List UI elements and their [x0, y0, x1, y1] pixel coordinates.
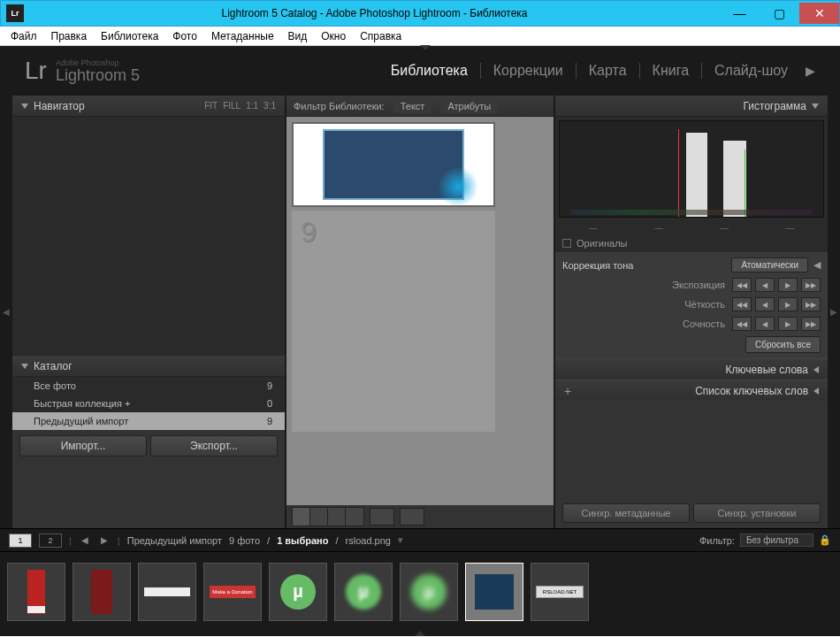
step-large-down[interactable]: ◀◀ — [732, 278, 752, 292]
menu-photo[interactable]: Фото — [165, 28, 204, 44]
survey-view-button[interactable] — [346, 508, 363, 526]
chevron-down-icon — [812, 104, 819, 109]
add-keyword-icon[interactable]: + — [564, 384, 571, 398]
keywords-header[interactable]: Ключевые слова — [555, 358, 828, 380]
catalog-item-count: 9 — [267, 380, 272, 391]
menu-window[interactable]: Окно — [314, 28, 353, 44]
navigator-header[interactable]: Навигатор FIT FILL 1:1 3:1 — [12, 96, 285, 117]
grid-view[interactable] — [286, 117, 554, 505]
sync-settings-button[interactable]: Синхр. установки — [693, 503, 821, 523]
step-down[interactable]: ◀ — [755, 297, 775, 311]
filmstrip-thumb[interactable]: Make a Donation — [203, 563, 262, 621]
step-down[interactable]: ◀ — [755, 278, 775, 292]
filmstrip-thumb-selected[interactable] — [465, 563, 523, 621]
menu-help[interactable]: Справка — [353, 28, 409, 44]
quick-develop-panel: Коррекция тона Атоматически ◀ Экспозиция… — [555, 252, 828, 358]
menu-library[interactable]: Библиотека — [94, 28, 165, 44]
quick-dev-collapse-icon[interactable]: ◀ — [813, 259, 821, 271]
catalog-header[interactable]: Каталог — [12, 356, 285, 377]
filmstrip-thumb[interactable] — [138, 563, 196, 621]
keyword-list-header[interactable]: + Список ключевых слов — [555, 380, 828, 401]
filmstrip-strip[interactable]: Make a Donation µ µ µ RSLOAD.NET — [7, 563, 833, 621]
close-button[interactable]: ✕ — [799, 3, 839, 24]
filmstrip-thumb[interactable]: µ — [334, 563, 393, 621]
filename-label: rsload.png — [346, 535, 391, 546]
main-window-button[interactable]: 1 — [9, 533, 32, 548]
top-panel-toggle-icon[interactable] — [420, 45, 431, 50]
nav-fit[interactable]: FIT — [204, 101, 218, 111]
catalog-item-label: Все фото — [34, 380, 76, 391]
step-large-up[interactable]: ▶▶ — [801, 297, 821, 311]
loupe-view-button[interactable] — [310, 508, 328, 526]
module-slideshow[interactable]: Слайд-шоу — [701, 63, 800, 79]
catalog-item-all[interactable]: Все фото 9 — [12, 377, 285, 395]
filmstrip-status-bar: 1 2 | ◀ ▶ | Предыдущий импорт 9 фото / 1… — [0, 528, 840, 551]
catalog-item-previous[interactable]: Предыдущий импорт 9 — [12, 412, 285, 430]
filter-text[interactable]: Текст — [393, 99, 432, 113]
step-large-down[interactable]: ◀◀ — [732, 317, 752, 331]
export-button[interactable]: Экспорт... — [150, 435, 278, 457]
grid-view-button[interactable] — [293, 508, 310, 526]
go-forward-button[interactable]: ▶ — [98, 535, 111, 545]
filter-label: Фильтр: — [699, 535, 735, 546]
nav-1-1[interactable]: 1:1 — [246, 101, 258, 111]
filmstrip-toggle-icon[interactable] — [0, 631, 840, 636]
second-window-button[interactable]: 2 — [39, 533, 62, 548]
grid-item[interactable] — [292, 122, 495, 207]
compare-view-button[interactable] — [328, 508, 346, 526]
filmstrip-thumb[interactable]: µ — [269, 563, 327, 621]
nav-3-1[interactable]: 3:1 — [263, 101, 276, 111]
rsload-badge: RSLOAD.NET — [536, 586, 584, 598]
catalog-item-quick[interactable]: Быстрая коллекция + 0 — [12, 395, 285, 412]
menu-file[interactable]: Файл — [4, 28, 44, 44]
step-up[interactable]: ▶ — [778, 297, 798, 311]
filter-lock-icon[interactable]: 🔒 — [819, 534, 831, 546]
checkbox-icon[interactable] — [562, 239, 571, 248]
module-develop[interactable]: Коррекции — [480, 63, 576, 79]
filmstrip-thumb[interactable] — [7, 563, 65, 621]
filmstrip-thumb[interactable]: RSLOAD.NET — [531, 563, 589, 621]
step-down[interactable]: ◀ — [755, 317, 775, 331]
module-book[interactable]: Книга — [639, 63, 701, 79]
menu-edit[interactable]: Правка — [44, 28, 95, 44]
window-titlebar: Lr Lightroom 5 Catalog - Adobe Photoshop… — [0, 0, 840, 27]
filter-preset-dropdown[interactable]: Без фильтра — [740, 533, 813, 547]
clarity-label: Чёткость — [684, 299, 725, 310]
histogram-header[interactable]: Гистограмма — [555, 96, 828, 117]
filmstrip-thumb[interactable]: µ — [400, 563, 458, 621]
source-label[interactable]: Предыдущий импорт — [127, 535, 222, 546]
filmstrip-thumb[interactable] — [73, 563, 131, 621]
histogram-title: Гистограмма — [744, 100, 806, 112]
histogram-originals[interactable]: Оригиналы — [555, 234, 828, 252]
step-up[interactable]: ▶ — [778, 278, 798, 292]
right-panel-toggle[interactable]: ▶ — [828, 96, 840, 528]
filter-attributes[interactable]: Атрибуты — [440, 99, 498, 113]
navigator-preview[interactable] — [12, 117, 285, 356]
grid-toolbar — [286, 505, 554, 528]
module-library[interactable]: Библиотека — [378, 63, 480, 79]
menu-metadata[interactable]: Метаданные — [204, 28, 281, 44]
module-more-icon[interactable]: ▶ — [800, 64, 815, 78]
window-title: Lightroom 5 Catalog - Adobe Photoshop Li… — [29, 7, 720, 19]
painter-tool[interactable] — [370, 508, 394, 526]
reset-all-button[interactable]: Сбросить все — [745, 336, 821, 353]
go-back-button[interactable]: ◀ — [79, 535, 91, 545]
sort-button[interactable] — [400, 508, 424, 526]
sync-metadata-button[interactable]: Синхр. метаданные — [562, 503, 690, 523]
histogram-chart[interactable] — [559, 120, 824, 218]
module-map[interactable]: Карта — [576, 63, 639, 79]
grid-item-empty[interactable] — [292, 211, 495, 432]
step-large-up[interactable]: ▶▶ — [801, 317, 821, 331]
chevron-down-icon — [21, 364, 28, 369]
step-large-up[interactable]: ▶▶ — [801, 278, 821, 292]
auto-tone-button[interactable]: Атоматически — [731, 257, 808, 272]
menu-view[interactable]: Вид — [281, 28, 315, 44]
minimize-button[interactable]: — — [720, 3, 760, 24]
maximize-button[interactable]: ▢ — [760, 3, 799, 24]
nav-fill[interactable]: FILL — [223, 101, 241, 111]
step-up[interactable]: ▶ — [778, 317, 798, 331]
left-panel-toggle[interactable]: ◀ — [0, 96, 12, 528]
vibrance-label: Сочность — [683, 318, 725, 329]
import-button[interactable]: Импорт... — [19, 435, 147, 457]
step-large-down[interactable]: ◀◀ — [732, 297, 752, 311]
